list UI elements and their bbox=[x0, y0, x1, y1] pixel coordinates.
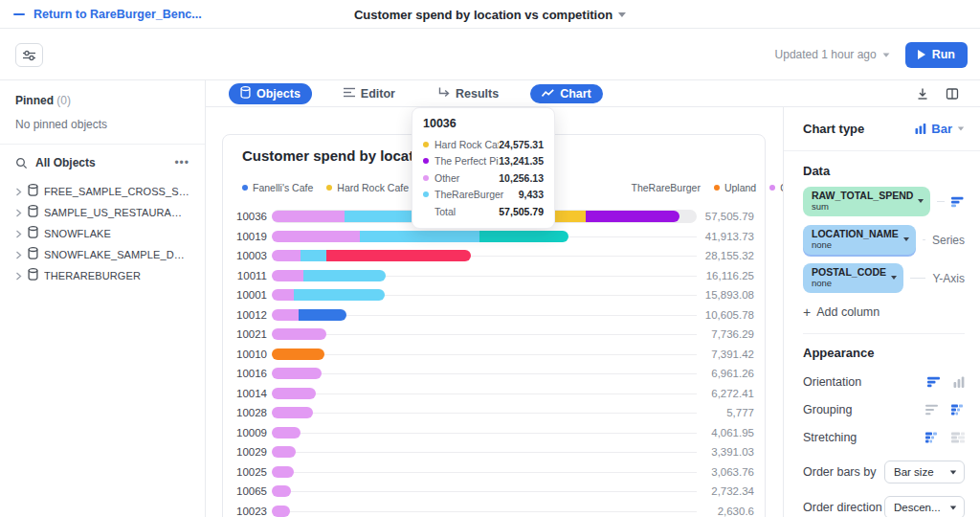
object-tree-item[interactable]: SAMPLE_US_RESTAURANT_POIS__... bbox=[15, 202, 189, 223]
stacked-bar[interactable] bbox=[272, 348, 324, 360]
stacked-bar[interactable] bbox=[272, 388, 316, 399]
stacked-bar[interactable] bbox=[272, 309, 346, 321]
chart-bar-row[interactable]: 100285,777 bbox=[223, 403, 765, 423]
column-pill-location_name[interactable]: LOCATION_NAMEnone bbox=[803, 225, 916, 255]
split-columns-icon[interactable] bbox=[946, 87, 959, 101]
bar-segment[interactable] bbox=[301, 250, 326, 261]
view-options-button[interactable] bbox=[15, 43, 43, 67]
run-button[interactable]: Run bbox=[905, 42, 968, 68]
bar-segment[interactable] bbox=[272, 388, 316, 399]
horizontal-bars-icon[interactable] bbox=[927, 376, 941, 388]
bar-segment[interactable] bbox=[345, 211, 412, 222]
tab-editor[interactable]: Editor bbox=[332, 84, 407, 103]
bar-segment[interactable] bbox=[303, 270, 386, 281]
stacked-bar[interactable] bbox=[272, 270, 386, 281]
stacked-bar[interactable] bbox=[272, 466, 294, 478]
bar-segment[interactable] bbox=[272, 270, 303, 281]
dropdown-order-direction[interactable]: Descen... bbox=[884, 496, 965, 517]
chart-bar-row[interactable]: 100293,391.03 bbox=[223, 442, 765, 462]
bar-segment[interactable] bbox=[272, 211, 345, 222]
chevron-right-icon[interactable] bbox=[15, 246, 22, 263]
stacked-blocks-icon[interactable] bbox=[951, 404, 965, 416]
chart-bar-row[interactable]: 100232,630.6 bbox=[223, 502, 765, 517]
dropdown-order-bars-by[interactable]: Bar size bbox=[884, 461, 965, 483]
bar-segment[interactable] bbox=[272, 289, 294, 301]
chart-bar-row[interactable]: 100166,961.26 bbox=[223, 364, 765, 384]
bar-segment[interactable] bbox=[294, 289, 385, 301]
bar-segment[interactable] bbox=[272, 348, 324, 360]
legend-item[interactable]: Other bbox=[769, 182, 783, 193]
bar-segment[interactable] bbox=[272, 328, 326, 340]
bar-segment[interactable] bbox=[360, 231, 479, 242]
chart-type-selector[interactable]: Bar bbox=[915, 122, 965, 136]
download-icon[interactable] bbox=[916, 87, 929, 101]
chevron-right-icon[interactable] bbox=[15, 204, 22, 221]
tab-results[interactable]: Results bbox=[427, 84, 510, 103]
tab-objects[interactable]: Objects bbox=[229, 83, 312, 104]
bar-segment[interactable] bbox=[272, 427, 301, 438]
doc-title-wrap[interactable]: Customer spend by location vs competitio… bbox=[354, 0, 626, 29]
column-pill-raw_total_spend[interactable]: RAW_TOTAL_SPENDsum bbox=[803, 187, 930, 216]
legend-item[interactable]: Upland bbox=[714, 182, 756, 193]
object-tree-item[interactable]: FREE_SAMPLE_CROSS_SHOPPING_I... bbox=[15, 181, 189, 202]
stacked-bar[interactable] bbox=[272, 250, 471, 261]
bar-segment[interactable] bbox=[272, 231, 360, 242]
chevron-right-icon[interactable] bbox=[15, 267, 22, 284]
vertical-bars-icon[interactable] bbox=[953, 376, 965, 388]
stretched-blocks-icon[interactable] bbox=[951, 432, 965, 443]
bar-segment[interactable] bbox=[479, 231, 568, 242]
bar-segment[interactable] bbox=[272, 368, 322, 379]
bar-segment[interactable] bbox=[272, 446, 296, 458]
chart-bar-row[interactable]: 1001116,116.25 bbox=[223, 266, 765, 286]
bar-segment[interactable] bbox=[326, 250, 471, 261]
add-column-button[interactable]: + Add column bbox=[803, 305, 965, 319]
search-icon[interactable] bbox=[15, 157, 28, 169]
bar-segment[interactable] bbox=[272, 407, 313, 418]
stacked-bar[interactable] bbox=[272, 506, 290, 517]
bar-segment[interactable] bbox=[272, 485, 291, 497]
legend-item[interactable]: TheRareBurger bbox=[621, 182, 701, 193]
bar-segment[interactable] bbox=[272, 309, 299, 321]
object-tree-item[interactable]: THERAREBURGER bbox=[15, 265, 189, 286]
stacked-bar[interactable] bbox=[272, 368, 322, 379]
tab-chart[interactable]: Chart bbox=[530, 84, 603, 103]
chart-bar-row[interactable]: 1000328,155.32 bbox=[223, 246, 765, 266]
column-pill-postal_code[interactable]: POSTAL_CODEnone bbox=[803, 263, 903, 293]
chart-bar-row[interactable]: 1001941,913.73 bbox=[223, 227, 765, 247]
object-tree-item[interactable]: SNOWFLAKE bbox=[15, 223, 189, 244]
stacked-bar[interactable] bbox=[272, 231, 568, 242]
stacked-bar[interactable] bbox=[272, 328, 326, 340]
stacked-blocks-icon[interactable] bbox=[925, 432, 939, 443]
legend-item[interactable]: Hard Rock Cafe bbox=[326, 182, 409, 193]
chevron-down-icon[interactable] bbox=[918, 199, 924, 203]
updated-status[interactable]: Updated 1 hour ago bbox=[775, 48, 890, 61]
bar-segment[interactable] bbox=[272, 250, 301, 261]
chevron-down-icon[interactable] bbox=[903, 237, 909, 241]
chart-bar-row[interactable]: 100652,732.34 bbox=[223, 482, 765, 502]
chart-bar-row[interactable]: 100253,063.76 bbox=[223, 462, 765, 483]
stacked-bar[interactable] bbox=[272, 407, 313, 418]
bar-segment[interactable] bbox=[272, 466, 294, 478]
chevron-right-icon[interactable] bbox=[15, 225, 22, 242]
stacked-bar[interactable] bbox=[272, 289, 385, 301]
chart-bar-row[interactable]: 100094,061.95 bbox=[223, 423, 765, 443]
stacked-bar[interactable] bbox=[272, 485, 291, 497]
chevron-right-icon[interactable] bbox=[15, 183, 22, 200]
collapse-dash-icon[interactable] bbox=[13, 13, 25, 15]
bar-segment[interactable] bbox=[299, 309, 347, 321]
object-tree-item[interactable]: SNOWFLAKE_SAMPLE_DATA bbox=[15, 244, 189, 265]
bar-segment[interactable] bbox=[586, 211, 679, 222]
chart-bar-row[interactable]: 100217,736.29 bbox=[223, 325, 765, 345]
more-menu-icon[interactable]: ••• bbox=[174, 156, 189, 169]
stacked-bar[interactable] bbox=[272, 446, 296, 458]
chart-bar-row[interactable]: 100107,391.42 bbox=[223, 345, 765, 365]
chart-bar-row[interactable]: 100146,272.41 bbox=[223, 384, 765, 404]
grouped-lines-icon[interactable] bbox=[925, 404, 939, 416]
stacked-bar[interactable] bbox=[272, 427, 301, 438]
legend-item[interactable]: Fanelli's Cafe bbox=[242, 182, 313, 193]
chart-bar-row[interactable]: 1001210,605.78 bbox=[223, 305, 765, 326]
bar-segment[interactable] bbox=[272, 506, 290, 517]
back-link[interactable]: Return to RareBurger_Benc... bbox=[33, 8, 202, 21]
chevron-down-icon[interactable] bbox=[891, 276, 897, 280]
chart-bar-row[interactable]: 1000115,893.08 bbox=[223, 285, 765, 305]
